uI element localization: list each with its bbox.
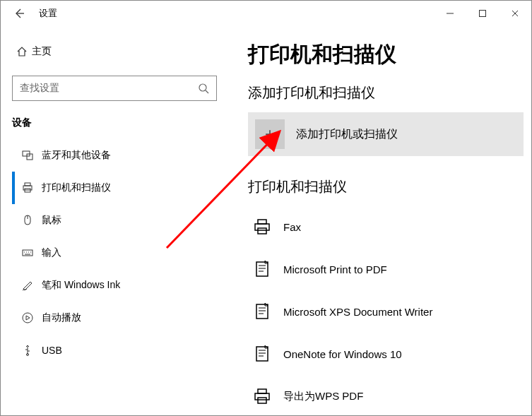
- window-title: 设置: [39, 7, 57, 20]
- plus-icon: +: [255, 119, 285, 149]
- add-printer-label: 添加打印机或扫描仪: [296, 127, 398, 142]
- sidebar-item-label: 鼠标: [42, 214, 61, 227]
- svg-rect-8: [23, 250, 32, 256]
- sidebar-item-label: 蓝牙和其他设备: [42, 149, 111, 162]
- section-label: 设备: [12, 117, 218, 129]
- home-icon: [12, 45, 32, 58]
- printer-label: 导出为WPS PDF: [283, 390, 363, 403]
- titlebar: 设置: [1, 1, 531, 26]
- autoplay-icon: [18, 311, 37, 324]
- svg-rect-12: [258, 220, 266, 224]
- svg-point-9: [23, 313, 32, 323]
- printer-label: Microsoft XPS Document Writer: [283, 306, 432, 318]
- printer-item[interactable]: 导出为WPS PDF: [248, 376, 517, 415]
- printer-device-icon: [248, 386, 276, 406]
- svg-rect-14: [256, 262, 268, 276]
- pen-icon: [18, 279, 37, 292]
- printer-label: Microsoft Print to PDF: [283, 263, 387, 275]
- maximize-button[interactable]: [466, 2, 499, 25]
- sidebar-item-label: 输入: [42, 246, 61, 259]
- printer-item[interactable]: OneNote for Windows 10: [248, 333, 517, 374]
- svg-point-1: [199, 84, 206, 91]
- minimize-button[interactable]: [434, 2, 466, 25]
- search-placeholder: 查找设置: [20, 82, 198, 95]
- sidebar-item-label: 笔和 Windows Ink: [42, 279, 120, 292]
- sidebar-item-pen[interactable]: 笔和 Windows Ink: [12, 269, 218, 302]
- window-controls: [434, 2, 531, 25]
- printer-device-icon: [248, 302, 276, 321]
- sidebar: 主页 查找设置 设备 蓝牙和其他设备 打印机和扫描仪: [1, 26, 227, 415]
- arrow-left-icon: [13, 8, 25, 19]
- devices-icon: [18, 149, 37, 162]
- search-icon: [198, 83, 209, 94]
- maximize-icon: [478, 9, 487, 18]
- svg-rect-16: [256, 347, 268, 361]
- minimize-icon: [446, 9, 454, 18]
- sidebar-item-typing[interactable]: 输入: [12, 237, 218, 269]
- home-nav[interactable]: 主页: [12, 39, 218, 64]
- svg-rect-5: [25, 183, 30, 186]
- sidebar-item-autoplay[interactable]: 自动播放: [12, 302, 218, 334]
- main-panel: 打印机和扫描仪 添加打印机和扫描仪 + 添加打印机或扫描仪 打印机和扫描仪 Fa…: [227, 26, 531, 415]
- add-section-title: 添加打印机和扫描仪: [248, 83, 517, 102]
- printers-section-title: 打印机和扫描仪: [248, 177, 517, 196]
- sidebar-item-printers[interactable]: 打印机和扫描仪: [12, 172, 218, 204]
- svg-rect-19: [258, 398, 266, 403]
- back-button[interactable]: [8, 2, 30, 25]
- svg-rect-11: [255, 224, 269, 230]
- sidebar-item-label: 自动播放: [42, 311, 81, 324]
- mouse-icon: [18, 214, 37, 227]
- sidebar-item-bluetooth[interactable]: 蓝牙和其他设备: [12, 139, 218, 172]
- printer-item[interactable]: Microsoft XPS Document Writer: [248, 291, 517, 332]
- usb-icon: [18, 344, 37, 357]
- sidebar-item-usb[interactable]: USB: [12, 334, 218, 367]
- home-label: 主页: [32, 45, 52, 58]
- svg-rect-0: [480, 11, 486, 17]
- printer-label: Fax: [283, 221, 301, 233]
- printer-label: OneNote for Windows 10: [283, 348, 402, 360]
- printer-device-icon: [248, 259, 276, 279]
- close-icon: [511, 9, 519, 18]
- page-title: 打印机和扫描仪: [248, 40, 517, 69]
- svg-rect-17: [255, 393, 269, 400]
- printer-icon: [18, 182, 37, 194]
- svg-rect-15: [256, 304, 268, 319]
- search-input[interactable]: 查找设置: [12, 76, 217, 101]
- sidebar-item-mouse[interactable]: 鼠标: [12, 204, 218, 237]
- close-button[interactable]: [499, 2, 531, 25]
- printer-item[interactable]: Microsoft Print to PDF: [248, 249, 517, 290]
- svg-rect-13: [258, 228, 266, 234]
- printer-item[interactable]: Fax: [248, 206, 517, 247]
- printer-device-icon: [248, 344, 276, 364]
- add-printer-button[interactable]: + 添加打印机或扫描仪: [248, 112, 524, 156]
- sidebar-item-label: USB: [42, 345, 62, 356]
- svg-rect-18: [258, 389, 266, 393]
- sidebar-item-label: 打印机和扫描仪: [42, 182, 111, 194]
- keyboard-icon: [18, 246, 37, 259]
- printer-device-icon: [248, 217, 276, 237]
